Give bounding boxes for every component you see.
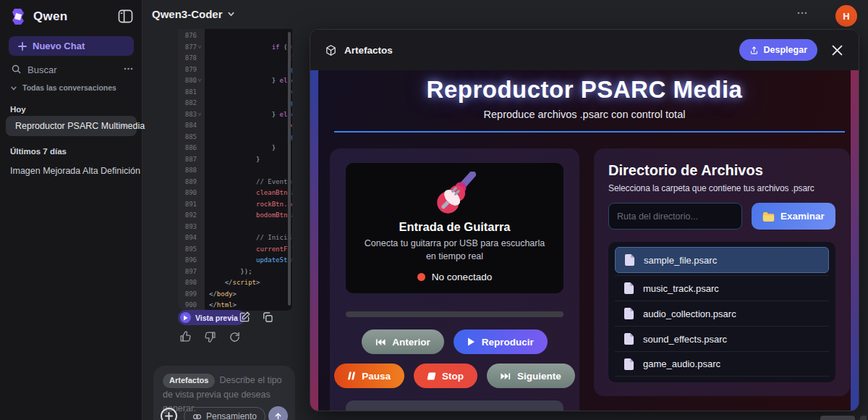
artifacts-tag[interactable]: Artefactos [163,374,215,388]
sidebar-toggle-icon[interactable] [118,9,133,23]
directory-title: Directorio de Archivos [608,162,835,179]
file-name: game_audio.psarc [643,358,720,369]
file-icon [625,254,634,266]
file-icon [624,308,634,319]
directory-subtitle: Selecciona la carpeta que contiene tus a… [608,183,835,193]
code-lines[interactable]: if (ef cl up } else ro up } else bo up } [205,29,292,311]
stop-label: Stop [442,371,464,382]
model-name: Qwen3-Coder [152,8,223,20]
browse-button[interactable]: Examinar [752,203,835,230]
conversation-menu-icon[interactable] [121,125,129,127]
volume-panel: Control de Volumen [346,400,563,411]
sidebar: Qwen Nuevo Chat Buscar Todas las convers… [0,0,142,420]
code-block: 876877˅878879880˅881882883˅8848858868878… [178,29,292,311]
topbar-menu-icon[interactable] [797,12,807,14]
copy-icon[interactable] [261,311,274,324]
section-label-last7days: Últimos 7 días [10,147,67,156]
file-row[interactable]: music_track.psarc [615,275,829,301]
new-chat-button[interactable]: Nuevo Chat [9,36,134,56]
thinking-label: Pensamiento [206,411,257,420]
file-list: sample_file.psarcmusic_track.psarcaudio_… [608,242,835,382]
preview-label: Vista previa [195,314,238,322]
next-button[interactable]: Siguiente [487,364,575,388]
deploy-label: Desplegar [764,45,807,55]
artifact-header: Artefactos Desplegar [310,30,859,70]
guitar-input-box: Entrada de Guitarra Conecta tu guitarra … [346,163,563,293]
refresh-icon[interactable] [229,331,241,343]
search-menu-icon[interactable] [124,67,133,70]
directory-card: Directorio de Archivos Selecciona la car… [594,148,850,396]
avatar[interactable]: H [835,5,857,27]
arrow-up-icon [273,411,283,420]
deploy-button[interactable]: Desplegar [739,39,817,61]
play-button[interactable]: Reproducir [454,329,548,354]
pause-label: Pausa [362,371,391,382]
model-selector[interactable]: Qwen3-Coder [152,8,235,20]
play-label: Reproducir [482,337,534,348]
psarc-app: Reproductor PSARC Media Reproduce archiv… [318,70,851,411]
chevron-down-icon [227,10,235,18]
directory-path-input[interactable] [608,203,742,230]
close-button[interactable] [827,40,847,60]
controls-row-2: Pausa Stop Siguiente [346,364,563,388]
file-icon [624,358,634,370]
app-title: Reproductor PSARC Media [318,76,851,104]
stop-button[interactable]: Stop [414,364,477,388]
play-icon [467,337,475,346]
guitar-title: Entrada de Guitarra [356,220,553,234]
file-icon [624,333,634,345]
file-name: music_track.psarc [643,283,719,294]
upload-icon [749,46,759,55]
search-icon [12,64,21,74]
sidebar-item-imagen-mejorada[interactable]: Imagen Mejorada Alta Definición [10,166,140,176]
preview-button[interactable]: Vista previa [178,310,245,325]
attach-button[interactable] [161,408,177,420]
bottom-right-control-stub-2[interactable] [860,416,867,420]
play-icon [180,312,191,323]
sidebar-item-reproductor-psarc[interactable]: Reproductor PSARC Multimedia [6,116,137,136]
player-card: Entrada de Guitarra Conecta tu guitarra … [330,148,579,411]
next-icon [501,372,511,380]
app-subtitle: Reproduce archivos .psarc con control to… [318,109,851,120]
qwen-logo-icon [9,7,28,26]
thumbs-down-icon[interactable] [204,331,216,343]
file-name: audio_collection.psarc [643,308,736,319]
title-divider [334,131,845,133]
next-label: Siguiente [517,371,561,382]
search-row[interactable]: Buscar [0,61,142,80]
app-root: Qwen Nuevo Chat Buscar Todas las convers… [0,0,868,420]
previous-button[interactable]: Anterior [362,329,444,354]
edit-icon[interactable] [238,311,251,324]
artifacts-cube-icon [325,44,337,56]
guitar-description: Conecta tu guitarra por USB para escucha… [359,238,550,263]
file-row[interactable]: sample_file.psarc [615,247,829,273]
file-row[interactable]: sound_effects.psarc [615,326,829,351]
status-dot-icon [417,273,425,281]
artifact-panel-title: Artefactos [344,45,393,56]
plus-icon [18,42,27,51]
code-gutter: 876877˅878879880˅881882883˅8848858868878… [178,29,205,311]
artifact-panel: Artefactos Desplegar Reproductor PSARC M… [310,29,859,411]
previous-icon [375,338,386,346]
file-row[interactable]: audio_collection.psarc [615,301,829,326]
composer[interactable]: ArtefactosDescribe el tipo de vista prev… [153,366,295,420]
connection-status: No conectado [356,272,553,282]
section-label-today: Hoy [10,105,26,114]
bottom-right-control-stub[interactable] [820,416,855,420]
file-name: sample_file.psarc [644,255,717,266]
artifact-preview: Reproductor PSARC Media Reproduce archiv… [310,70,859,411]
path-row: Examinar [608,203,835,230]
thinking-icon [192,412,202,420]
all-conversations-label: Todas las conversaciones [22,83,116,92]
status-label: No conectado [432,272,492,282]
thumbs-up-icon[interactable] [179,330,192,343]
all-conversations-toggle[interactable]: Todas las conversaciones [0,82,142,95]
playback-progress-bar[interactable] [346,311,563,317]
file-row[interactable]: game_audio.psarc [615,351,829,377]
code-scrollbar[interactable] [288,32,291,306]
pause-button[interactable]: Pausa [334,364,404,388]
file-name: sound_effects.psarc [643,334,727,345]
folder-icon [762,211,775,222]
thinking-toggle-button[interactable]: Pensamiento [184,407,265,420]
chevron-down-icon [10,85,17,92]
